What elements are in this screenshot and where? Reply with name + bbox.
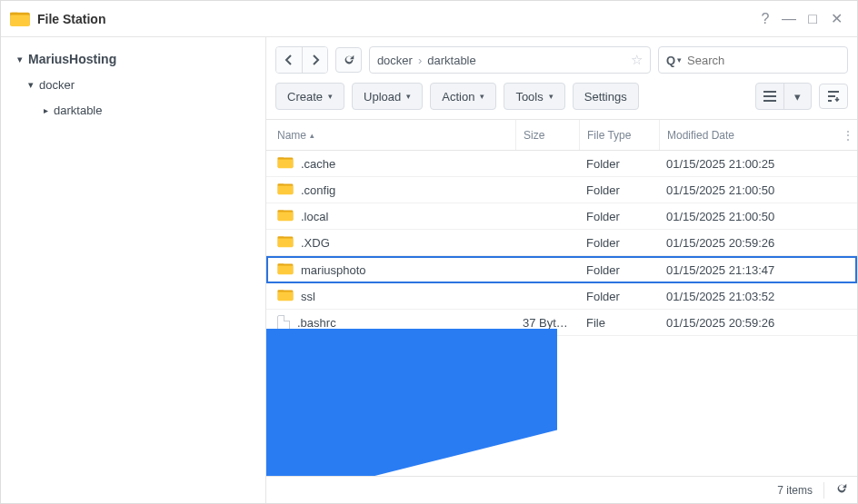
- upload-button[interactable]: Upload▾: [352, 83, 423, 110]
- minimize-button[interactable]: —: [777, 11, 801, 27]
- cell-name: .config: [277, 183, 515, 198]
- cell-type: Folder: [579, 290, 659, 303]
- table-row[interactable]: mariusphotoFolder01/15/2025 21:13:47: [266, 256, 857, 283]
- divider: [823, 482, 824, 499]
- chevron-down-icon: ▾: [25, 79, 37, 91]
- column-header-size[interactable]: Size: [515, 120, 579, 150]
- file-name: .local: [301, 210, 328, 223]
- create-button[interactable]: Create▾: [275, 83, 344, 110]
- svg-rect-7: [278, 212, 294, 221]
- cell-size: 37 Byt…: [515, 316, 579, 330]
- maximize-button[interactable]: □: [801, 11, 824, 27]
- file-name: .bashrc: [297, 316, 336, 330]
- file-table: Name▴ Size File Type Modified Date ⋮ .ca…: [266, 120, 857, 476]
- refresh-button[interactable]: [335, 47, 361, 73]
- tree-item-docker[interactable]: ▾ docker: [8, 72, 258, 97]
- sort-asc-icon: ▴: [310, 131, 314, 140]
- nav-forward-button[interactable]: [302, 47, 327, 73]
- breadcrumb-part[interactable]: darktable: [427, 54, 475, 67]
- folder-icon: [277, 289, 294, 304]
- cell-name: mariusphoto: [277, 262, 515, 278]
- chevron-down-icon: ▾: [328, 92, 333, 101]
- table-row[interactable]: .bashrc37 Byt…File01/15/2025 20:59:26: [266, 310, 857, 336]
- view-mode-buttons: ▾: [755, 83, 812, 110]
- tree-item-darktable[interactable]: ▸ darktable: [8, 97, 258, 123]
- table-body: .cacheFolder01/15/2025 21:00:25.configFo…: [266, 151, 857, 336]
- folder-icon: [277, 156, 294, 172]
- chevron-down-icon: ▾: [406, 92, 411, 101]
- help-button[interactable]: ?: [753, 11, 777, 27]
- titlebar: File Station ? — □ ✕: [1, 1, 857, 37]
- svg-rect-13: [278, 292, 294, 301]
- favorite-star-icon[interactable]: ☆: [631, 52, 643, 68]
- nav-buttons: [275, 46, 328, 74]
- svg-rect-5: [278, 185, 294, 194]
- cell-type: Folder: [579, 157, 659, 171]
- file-name: .config: [301, 183, 335, 197]
- app-window: File Station ? — □ ✕ ▾ MariusHosting ▾ d…: [0, 0, 858, 504]
- cell-type: Folder: [579, 263, 659, 277]
- file-name: ssl: [301, 290, 315, 303]
- action-button[interactable]: Action▾: [430, 83, 496, 110]
- cell-modified: 01/15/2025 20:59:26: [659, 316, 857, 330]
- sort-button[interactable]: [819, 84, 848, 109]
- table-row[interactable]: .cacheFolder01/15/2025 21:00:25: [266, 151, 857, 177]
- cell-modified: 01/15/2025 21:00:50: [659, 183, 857, 197]
- cell-modified: 01/15/2025 20:59:26: [659, 236, 857, 250]
- cell-name: .local: [277, 209, 515, 224]
- column-menu-button[interactable]: ⋮: [839, 129, 857, 142]
- file-icon: [277, 315, 290, 331]
- chevron-right-icon: ▸: [39, 105, 52, 115]
- file-name: .cache: [301, 157, 335, 171]
- cell-type: Folder: [579, 236, 659, 250]
- list-view-button[interactable]: [756, 84, 783, 109]
- svg-rect-1: [10, 15, 30, 26]
- column-header-modified[interactable]: Modified Date: [659, 120, 839, 150]
- table-row[interactable]: .configFolder01/15/2025 21:00:50: [266, 177, 857, 203]
- cell-name: .cache: [277, 156, 515, 172]
- table-row[interactable]: sslFolder01/15/2025 21:03:52: [266, 283, 857, 310]
- statusbar-refresh-button[interactable]: [835, 482, 848, 498]
- chevron-down-icon: ▾: [14, 54, 26, 65]
- table-row[interactable]: .localFolder01/15/2025 21:00:50: [266, 203, 857, 230]
- close-button[interactable]: ✕: [824, 10, 848, 27]
- search-input[interactable]: [687, 54, 840, 67]
- body: ▾ MariusHosting ▾ docker ▸ darktable: [1, 37, 857, 503]
- tree-item-label: darktable: [54, 104, 102, 117]
- item-count: 7 items: [777, 484, 813, 497]
- folder-icon: [277, 262, 294, 278]
- table-row[interactable]: .XDGFolder01/15/2025 20:59:26: [266, 230, 857, 256]
- nav-back-button[interactable]: [276, 47, 302, 73]
- folder-icon: [277, 209, 294, 224]
- svg-rect-3: [278, 159, 294, 168]
- cell-type: Folder: [579, 183, 659, 197]
- folder-icon: [277, 235, 294, 251]
- view-dropdown-button[interactable]: ▾: [783, 84, 811, 109]
- cell-type: File: [579, 316, 659, 330]
- chevron-down-icon: ▾: [480, 92, 484, 101]
- column-header-type[interactable]: File Type: [579, 120, 659, 150]
- cell-name: .bashrc: [277, 315, 515, 331]
- cell-modified: 01/15/2025 21:03:52: [659, 290, 857, 303]
- breadcrumb: docker › darktable ☆: [369, 46, 651, 74]
- tree-root[interactable]: ▾ MariusHosting: [8, 46, 258, 72]
- table-header: Name▴ Size File Type Modified Date ⋮: [266, 120, 857, 151]
- cell-modified: 01/15/2025 21:00:25: [659, 157, 857, 171]
- tools-button[interactable]: Tools▾: [504, 83, 564, 110]
- cell-name: ssl: [277, 289, 515, 304]
- status-bar: 7 items: [266, 476, 857, 503]
- cell-type: Folder: [579, 210, 659, 223]
- search-box[interactable]: Q ▾: [658, 46, 848, 74]
- tree-root-label: MariusHosting: [28, 52, 116, 66]
- chevron-down-icon[interactable]: ▾: [677, 55, 682, 64]
- app-icon: [10, 11, 30, 27]
- column-header-name[interactable]: Name▴: [277, 129, 515, 142]
- folder-icon: [277, 183, 294, 198]
- file-name: mariusphoto: [301, 263, 366, 277]
- main-panel: docker › darktable ☆ Q ▾ Create▾ Upload▾…: [266, 37, 857, 503]
- nav-toolbar: docker › darktable ☆ Q ▾: [266, 37, 857, 79]
- breadcrumb-separator: ›: [418, 54, 422, 67]
- settings-button[interactable]: Settings: [573, 83, 639, 110]
- breadcrumb-part[interactable]: docker: [377, 54, 413, 67]
- action-toolbar: Create▾ Upload▾ Action▾ Tools▾ Settings …: [266, 79, 857, 120]
